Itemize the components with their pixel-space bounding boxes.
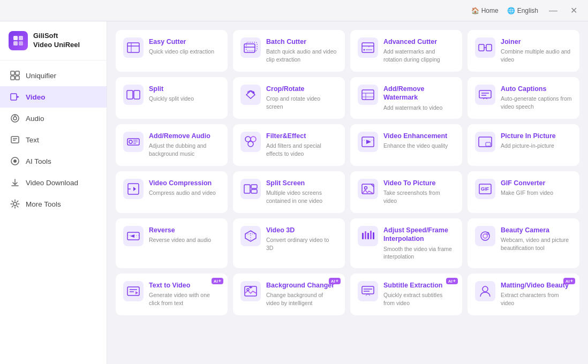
tool-card-matting-video-beauty[interactable]: Matting/Video Beauty Extract characters … [468, 274, 579, 315]
ai-badge-background-changer [329, 278, 341, 284]
audio-tool-icon [123, 132, 144, 152]
svg-rect-92 [362, 286, 374, 294]
video-to-picture-info: Video To Picture Take screenshots from v… [383, 179, 455, 205]
title-bar: 🏠 Home 🌐 English — ✕ [0, 0, 588, 21]
sidebar-item-uniquifier[interactable]: Uniquifier [0, 65, 107, 86]
background-changer-info: Background Changer Change background of … [266, 281, 337, 307]
tool-card-joiner[interactable]: Joiner Combine multiple audio and video [468, 30, 579, 72]
reverse-icon [123, 226, 144, 246]
video-enhancement-info: Video Enhancement Enhance the video qual… [383, 132, 455, 150]
tool-card-auto-captions[interactable]: Auto Captions Auto-generate captions fro… [468, 77, 579, 119]
pip-info: Picture In Picture Add picture-in-pictur… [501, 132, 572, 150]
tool-card-watermark[interactable]: Add/Remove Watermark Add watermark to vi… [350, 77, 462, 119]
svg-text:GIF: GIF [481, 186, 489, 192]
sidebar-item-audio[interactable]: Audio [0, 108, 107, 129]
language-button[interactable]: 🌐 English [507, 7, 538, 14]
pip-icon [475, 132, 495, 152]
filter-effect-name: Filter&Effect [266, 132, 337, 140]
gif-converter-name: GIF Converter [501, 179, 572, 187]
adjust-speed-desc: Smooth the video via frame interpolation [383, 245, 455, 261]
subtitle-extraction-desc: Quickly extract subtitles from video [383, 291, 455, 307]
svg-rect-34 [127, 90, 133, 99]
background-changer-name: Background Changer [266, 281, 337, 290]
svg-rect-39 [362, 90, 374, 100]
background-changer-desc: Change background of video by intelligen… [266, 291, 337, 307]
tool-card-batch-cutter[interactable]: Batch Cutter Batch quick audio and video… [233, 30, 345, 72]
sidebar-logo: GiliSoft Video UniReel [0, 21, 107, 60]
sidebar-item-more-tools[interactable]: More Tools [0, 193, 107, 215]
sidebar: GiliSoft Video UniReel Uniquifier [0, 21, 107, 364]
video-compression-icon [123, 179, 144, 199]
video-icon [10, 92, 20, 102]
auto-captions-info: Auto Captions Auto-generate captions fro… [501, 85, 572, 111]
crop-rotate-info: Crop/Rotate Crop and rotate video screen [266, 85, 337, 111]
crop-rotate-name: Crop/Rotate [266, 85, 337, 93]
tool-card-beauty-camera[interactable]: Beauty Camera Webcam, video and picture … [468, 218, 579, 268]
svg-marker-60 [133, 187, 136, 191]
sidebar-item-video-download[interactable]: Video Download [0, 172, 107, 193]
split-info: Split Quickly split video [149, 85, 220, 103]
logo-line2: Video UniReel [33, 41, 80, 50]
sidebar-item-text[interactable]: Text [0, 129, 107, 150]
home-button[interactable]: 🏠 Home [471, 7, 499, 14]
tool-card-video-3d[interactable]: Video 3D Convert ordinary video to 3D [233, 218, 345, 268]
watermark-desc: Add watermark to video [383, 104, 455, 112]
matting-video-beauty-name: Matting/Video Beauty [501, 281, 572, 290]
tool-card-adjust-speed[interactable]: Adjust Speed/Frame Interpolation Smooth … [350, 218, 462, 268]
split-screen-desc: Multiple video screens contained in one … [266, 189, 337, 204]
batch-cutter-icon [240, 37, 261, 58]
tool-card-video-compression[interactable]: Video Compression Compress audio and vid… [116, 171, 228, 213]
tool-card-background-changer[interactable]: Background Changer Change background of … [233, 274, 345, 315]
video-3d-icon [240, 226, 261, 246]
joiner-desc: Combine multiple audio and video [501, 48, 572, 63]
video-compression-info: Video Compression Compress audio and vid… [149, 179, 220, 197]
tool-card-filter-effect[interactable]: Filter&Effect Add filters and special ef… [233, 124, 345, 166]
matting-video-beauty-info: Matting/Video Beauty Extract characters … [501, 281, 572, 307]
tool-card-easy-cutter[interactable]: Easy Cutter Quick video clip extraction [116, 30, 228, 72]
tool-card-advanced-cutter[interactable]: Advanced Cutter Add watermarks and rotat… [350, 30, 462, 72]
advanced-cutter-icon [358, 37, 378, 58]
text-to-video-icon [123, 281, 144, 301]
tool-card-gif-converter[interactable]: GIF GIF Converter Make GIF from video [468, 171, 579, 213]
ai-badge-text-to-video [212, 278, 223, 284]
crop-rotate-icon [240, 85, 261, 105]
svg-point-17 [13, 160, 17, 163]
tool-card-pip[interactable]: Picture In Picture Add picture-in-pictur… [468, 124, 579, 166]
audio-label: Audio [26, 115, 44, 123]
video-enhancement-desc: Enhance the video quality [383, 142, 455, 150]
close-button[interactable]: ✕ [568, 5, 579, 16]
easy-cutter-info: Easy Cutter Quick video clip extraction [149, 37, 220, 56]
gif-converter-icon: GIF [475, 179, 495, 199]
tool-card-video-enhancement[interactable]: Video Enhancement Enhance the video qual… [350, 124, 462, 166]
matting-video-beauty-icon [475, 281, 495, 301]
text-to-video-info: Text to Video Generate video with one cl… [149, 281, 220, 307]
minimize-button[interactable]: — [547, 6, 560, 16]
tool-card-reverse[interactable]: Reverse Reverse video and audio [116, 218, 228, 268]
video-download-label: Video Download [26, 179, 78, 187]
main-content: Easy Cutter Quick video clip extraction … [107, 21, 588, 364]
more-tools-label: More Tools [26, 200, 61, 208]
easy-cutter-desc: Quick video clip extraction [149, 48, 220, 56]
tool-card-split[interactable]: Split Quickly split video [116, 77, 228, 119]
beauty-camera-icon [475, 226, 495, 246]
svg-rect-84 [127, 287, 139, 295]
svg-rect-32 [486, 44, 492, 51]
easy-cutter-name: Easy Cutter [149, 37, 220, 46]
tool-card-audio[interactable]: Add/Remove Audio Adjust the dubbing and … [116, 124, 228, 166]
sidebar-item-ai-tools[interactable]: AI Tools [0, 150, 107, 172]
sidebar-item-video[interactable]: Video [0, 86, 107, 108]
video-to-picture-icon [358, 179, 378, 199]
split-screen-info: Split Screen Multiple video screens cont… [266, 179, 337, 205]
split-screen-name: Split Screen [266, 179, 337, 187]
batch-cutter-info: Batch Cutter Batch quick audio and video… [266, 37, 337, 64]
tool-card-crop-rotate[interactable]: Crop/Rotate Crop and rotate video screen [233, 77, 345, 119]
svg-rect-5 [16, 71, 19, 75]
tool-card-text-to-video[interactable]: Text to Video Generate video with one cl… [116, 274, 228, 315]
tool-card-subtitle-extraction[interactable]: Subtitle Extraction Quickly extract subt… [350, 274, 462, 315]
audio-tool-info: Add/Remove Audio Adjust the dubbing and … [149, 132, 220, 158]
tool-card-video-to-picture[interactable]: Video To Picture Take screenshots from v… [350, 171, 462, 213]
filter-effect-info: Filter&Effect Add filters and special ef… [266, 132, 337, 158]
svg-point-81 [483, 234, 487, 238]
reverse-name: Reverse [149, 226, 220, 234]
tool-card-split-screen[interactable]: Split Screen Multiple video screens cont… [233, 171, 345, 213]
